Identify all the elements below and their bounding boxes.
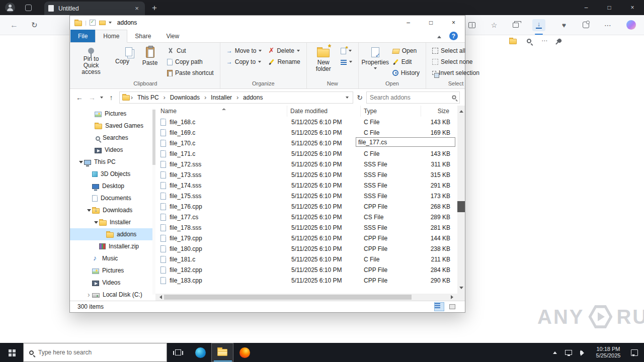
scroll-down-icon[interactable] (459, 287, 463, 291)
split-screen-icon[interactable] (468, 22, 475, 28)
sidebar-item[interactable]: Pictures (70, 108, 155, 120)
file-row[interactable]: file_171.c 5/11/2025 6:10 PM C File 143 … (155, 148, 457, 159)
rename-button[interactable]: Rename (266, 56, 302, 67)
browser-tab[interactable]: Untitled × (44, 2, 145, 15)
task-view-button[interactable] (167, 343, 189, 362)
properties-button[interactable]: Properties (362, 44, 388, 72)
qat-customize-caret-icon[interactable] (109, 22, 112, 25)
nav-forward-icon[interactable]: → (88, 94, 97, 102)
move-to-button[interactable]: Move to (224, 45, 265, 56)
expander-icon[interactable] (89, 134, 95, 141)
copy-to-button[interactable]: Copy to (224, 56, 265, 67)
new-tab-button[interactable]: + (152, 4, 157, 12)
invert-selection-button[interactable]: Invert selection (430, 67, 482, 78)
extensions-icon[interactable] (583, 22, 589, 28)
file-row[interactable]: file_183.cpp 5/11/2025 6:10 PM CPP File … (155, 275, 457, 286)
sidebar-item[interactable]: Pictures (70, 264, 155, 277)
file-row[interactable]: file_169.c 5/11/2025 6:10 PM C File 169 … (155, 127, 457, 138)
sidebar-item[interactable]: Installer.zip (70, 240, 155, 252)
expander-icon[interactable] (86, 267, 92, 274)
pin-to-quick-access-button[interactable]: Pin to Quick access (74, 44, 108, 77)
expander-icon[interactable] (86, 291, 92, 298)
tab-view[interactable]: View (158, 30, 187, 42)
select-none-button[interactable]: Select none (430, 56, 482, 67)
column-header-type[interactable]: Type (361, 106, 421, 117)
qat-properties-icon[interactable] (90, 20, 96, 26)
expander-icon[interactable] (89, 146, 95, 153)
file-row[interactable]: file_174.sss 5/11/2025 6:10 PM SSS File … (155, 180, 457, 191)
start-button[interactable] (0, 343, 23, 362)
expander-icon[interactable] (78, 158, 84, 165)
file-row[interactable]: file_181.c 5/11/2025 6:10 PM C File 211 … (155, 254, 457, 264)
rename-edit-box[interactable] (356, 137, 455, 147)
vertical-scrollbar-thumb[interactable] (457, 201, 465, 212)
browser-refresh-icon[interactable]: ↻ (31, 21, 38, 30)
sidebar-item[interactable]: Installer (70, 216, 155, 228)
file-row[interactable]: file_177.cs 5/11/2025 6:10 PM CS File 28… (155, 212, 457, 222)
tab-file[interactable]: File (70, 30, 95, 42)
paste-shortcut-button[interactable]: Paste shortcut (165, 67, 216, 78)
expander-icon[interactable] (100, 231, 106, 238)
search-box[interactable] (366, 92, 460, 104)
copy-button[interactable]: Copy (109, 44, 135, 66)
column-header-size[interactable]: Size (421, 106, 452, 117)
show-hidden-icons-chevron[interactable] (553, 349, 557, 354)
tab-share[interactable]: Share (127, 30, 158, 42)
explorer-close-button[interactable]: × (442, 16, 465, 30)
browser-essentials-icon[interactable]: ♥ (559, 20, 569, 30)
file-row[interactable]: file_168.c 5/11/2025 6:10 PM C File 143 … (155, 117, 457, 127)
favorites-star-icon[interactable]: ☆ (489, 20, 499, 30)
sidebar-item[interactable]: addons (70, 228, 155, 240)
sidebar-item[interactable]: Videos (70, 144, 155, 156)
qat-new-folder-icon[interactable] (99, 21, 106, 25)
volume-tray-icon[interactable] (580, 351, 583, 354)
help-button[interactable]: ? (449, 32, 458, 40)
ribbon-collapse-icon[interactable] (437, 34, 441, 38)
edge-taskbar-button[interactable] (189, 343, 211, 362)
file-row[interactable]: file_175.sss 5/11/2025 6:10 PM SSS File … (155, 191, 457, 201)
browser-maximize-button[interactable]: □ (598, 0, 621, 15)
address-refresh-icon[interactable]: ↻ (357, 94, 363, 102)
cut-button[interactable]: Cut (165, 45, 216, 56)
sidebar-item[interactable]: 3D Objects (70, 168, 155, 180)
breadcrumb[interactable]: This PC Downloads Installer addons (119, 92, 353, 104)
details-view-button[interactable] (434, 302, 444, 311)
file-row[interactable]: file_182.cpp 5/11/2025 6:10 PM CPP File … (155, 264, 457, 275)
expander-icon[interactable] (86, 255, 92, 262)
browser-back-icon[interactable]: ← (10, 21, 18, 30)
file-row[interactable]: file_178.sss 5/11/2025 6:10 PM SSS File … (155, 222, 457, 233)
browser-minimize-button[interactable]: – (575, 0, 598, 15)
delete-button[interactable]: Delete (266, 45, 302, 56)
file-row[interactable]: file_180.cpp 5/11/2025 6:10 PM CPP File … (155, 243, 457, 254)
collections-icon[interactable] (513, 23, 519, 28)
sidebar-item[interactable]: Videos (70, 277, 155, 289)
sidebar-item[interactable]: Local Disk (C:) (70, 289, 155, 301)
taskbar-clock[interactable]: 10:18 PM 5/25/2025 (594, 346, 623, 359)
sidebar-item[interactable]: Documents (70, 192, 155, 204)
expander-icon[interactable] (89, 110, 95, 117)
downloads-more-icon[interactable]: ⋯ (541, 37, 547, 44)
edit-button[interactable]: Edit (390, 56, 422, 67)
file-row[interactable]: file_173.sss 5/11/2025 6:10 PM SSS File … (155, 169, 457, 180)
copilot-icon[interactable] (626, 20, 636, 30)
breadcrumb-addons[interactable]: addons (239, 94, 266, 101)
search-downloads-icon[interactable] (527, 39, 531, 43)
breadcrumb-downloads[interactable]: Downloads (167, 94, 203, 101)
expander-icon[interactable] (93, 243, 99, 250)
open-button[interactable]: Open (390, 45, 422, 56)
profile-avatar-icon[interactable] (5, 3, 15, 13)
scroll-up-icon[interactable] (459, 108, 463, 113)
new-item-button[interactable] (338, 45, 355, 56)
vertical-scrollbar[interactable] (457, 106, 465, 294)
scroll-left-icon[interactable] (157, 295, 162, 299)
sidebar-item[interactable]: This PC (70, 156, 155, 168)
explorer-maximize-button[interactable]: □ (420, 16, 442, 30)
history-button[interactable]: History (390, 67, 422, 78)
expander-icon[interactable] (93, 219, 99, 226)
taskbar-search-input[interactable] (38, 349, 161, 356)
breadcrumb-this-pc[interactable]: This PC (134, 94, 163, 101)
search-input[interactable] (370, 94, 452, 101)
expander-icon[interactable] (86, 170, 92, 177)
tab-home[interactable]: Home (95, 30, 127, 43)
select-all-button[interactable]: Select all (430, 45, 482, 56)
